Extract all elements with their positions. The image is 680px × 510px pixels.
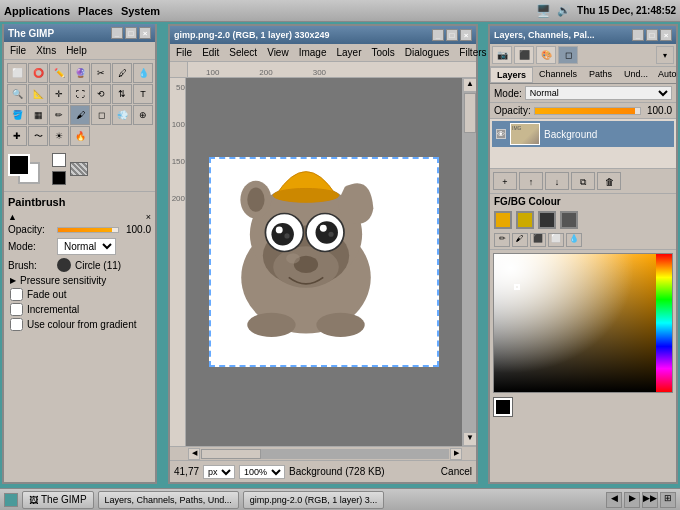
taskbtn-image[interactable]: gimp.png-2.0 (RGB, 1 layer) 3... (243, 491, 385, 509)
tool-transform[interactable]: ⟲ (91, 84, 111, 104)
panel-minimize-btn[interactable]: ▲ (8, 212, 17, 222)
tool-measure[interactable]: 📐 (28, 84, 48, 104)
main-menu-dialogues[interactable]: Dialogues (401, 46, 453, 59)
tool-crop[interactable]: ⛶ (70, 84, 90, 104)
tool-heal[interactable]: ✚ (7, 126, 27, 146)
taskbtn-gimp[interactable]: 🖼 The GIMP (22, 491, 94, 509)
toolbox-menu-file[interactable]: File (6, 44, 30, 57)
toolbox-maximize[interactable]: □ (125, 27, 137, 39)
taskbar-btn-3[interactable]: ▶▶ (642, 492, 658, 508)
tab-history[interactable]: Und... (618, 67, 654, 83)
layers-icon-2[interactable]: ⬛ (514, 46, 534, 64)
tool-airbrush[interactable]: 💨 (112, 105, 132, 125)
layer-visibility-eye[interactable]: 👁 (496, 129, 506, 139)
brush-preview[interactable] (57, 258, 71, 272)
tool-flip[interactable]: ⇅ (112, 84, 132, 104)
main-menu-file[interactable]: File (172, 46, 196, 59)
tool-paths[interactable]: 🖊 (112, 63, 132, 83)
duplicate-layer-btn[interactable]: ⧉ (571, 172, 595, 190)
layer-mode-select[interactable]: Normal (525, 86, 672, 100)
tool-zoom[interactable]: 🔍 (7, 84, 27, 104)
desktop-btn[interactable] (4, 493, 18, 507)
zoom-select[interactable]: 100% (239, 465, 285, 479)
main-minimize[interactable]: _ (432, 29, 444, 41)
layer-item-background[interactable]: 👁 IMG Background (492, 121, 674, 147)
scroll-thumb-v[interactable] (464, 93, 476, 133)
toolbox-minimize[interactable]: _ (111, 27, 123, 39)
tool-bucket[interactable]: 🪣 (7, 105, 27, 125)
tab-channels[interactable]: Channels (533, 67, 583, 83)
foreground-color-swatch[interactable] (8, 154, 30, 176)
tool-pencil[interactable]: ✏ (49, 105, 69, 125)
fg-color-swatch[interactable] (494, 211, 512, 229)
bg-color-swatch-2[interactable] (516, 211, 534, 229)
hue-slider[interactable] (656, 254, 672, 392)
color-tool-1[interactable]: ✏ (494, 233, 510, 247)
hscroll-thumb[interactable] (201, 449, 261, 459)
tool-scissors[interactable]: ✂ (91, 63, 111, 83)
colour-gradient-checkbox[interactable] (10, 318, 23, 331)
menu-system[interactable]: System (121, 5, 160, 17)
unit-select[interactable]: px (203, 465, 235, 479)
cancel-btn[interactable]: Cancel (441, 466, 472, 477)
delete-layer-btn[interactable]: 🗑 (597, 172, 621, 190)
toolbox-menu-help[interactable]: Help (62, 44, 91, 57)
opacity-slider[interactable] (57, 227, 119, 233)
lower-layer-btn[interactable]: ↓ (545, 172, 569, 190)
main-maximize[interactable]: □ (446, 29, 458, 41)
scroll-track-v[interactable] (463, 92, 476, 432)
color-cursor[interactable] (514, 284, 520, 290)
horizontal-scrollbar[interactable]: ◀ ▶ (188, 447, 462, 460)
menu-applications[interactable]: Applications (4, 5, 70, 17)
new-layer-btn[interactable]: + (493, 172, 517, 190)
layers-icon-1[interactable]: 📷 (492, 46, 512, 64)
main-menu-image[interactable]: Image (295, 46, 331, 59)
tool-free-select[interactable]: ✏️ (49, 63, 69, 83)
taskbar-btn-1[interactable]: ◀ (606, 492, 622, 508)
color-tool-3[interactable]: ⬛ (530, 233, 546, 247)
fade-checkbox[interactable] (10, 288, 23, 301)
toolbox-menu-xtns[interactable]: Xtns (32, 44, 60, 57)
main-menu-tools[interactable]: Tools (367, 46, 398, 59)
panel-close-btn[interactable]: × (146, 212, 151, 222)
mode-select[interactable]: Normal (57, 238, 116, 255)
white-swatch[interactable] (52, 153, 66, 167)
scroll-right-btn[interactable]: ▶ (450, 448, 462, 460)
layers-menu-btn[interactable]: ▾ (656, 46, 674, 64)
color-tool-5[interactable]: 💧 (566, 233, 582, 247)
tool-text[interactable]: T (133, 84, 153, 104)
layers-minimize[interactable]: _ (632, 29, 644, 41)
color-picker-area[interactable] (493, 253, 673, 393)
scroll-up-btn[interactable]: ▲ (463, 78, 476, 92)
main-close[interactable]: × (460, 29, 472, 41)
layers-icon-3[interactable]: 🎨 (536, 46, 556, 64)
tool-rect-select[interactable]: ⬜ (7, 63, 27, 83)
dark-swatch-2[interactable] (560, 211, 578, 229)
taskbtn-layers[interactable]: Layers, Channels, Paths, Und... (98, 491, 239, 509)
auto-btn[interactable]: Auto (654, 67, 680, 83)
tool-ellipse-select[interactable]: ⭕ (28, 63, 48, 83)
black-swatch[interactable] (52, 171, 66, 185)
tool-dodge[interactable]: ☀ (49, 126, 69, 146)
scroll-down-btn[interactable]: ▼ (463, 432, 476, 446)
menu-places[interactable]: Places (78, 5, 113, 17)
tool-eraser[interactable]: ◻ (91, 105, 111, 125)
scroll-left-btn[interactable]: ◀ (188, 448, 200, 460)
tool-smudge[interactable]: 〜 (28, 126, 48, 146)
taskbar-btn-4[interactable]: ⊞ (660, 492, 676, 508)
hscroll-track[interactable] (201, 449, 449, 459)
tool-fuzzy-select[interactable]: 🔮 (70, 63, 90, 83)
main-menu-filters[interactable]: Filters (455, 46, 490, 59)
incremental-checkbox[interactable] (10, 303, 23, 316)
fg-dark-swatch[interactable] (538, 211, 556, 229)
tab-paths[interactable]: Paths (583, 67, 618, 83)
canvas-scroll-area[interactable] (186, 78, 462, 446)
main-menu-layer[interactable]: Layer (332, 46, 365, 59)
layers-close[interactable]: × (660, 29, 672, 41)
color-tool-2[interactable]: 🖌 (512, 233, 528, 247)
tool-burn[interactable]: 🔥 (70, 126, 90, 146)
tool-colorpick[interactable]: 💧 (133, 63, 153, 83)
color-squares[interactable] (8, 154, 44, 184)
tab-layers[interactable]: Layers (490, 67, 533, 83)
main-menu-edit[interactable]: Edit (198, 46, 223, 59)
